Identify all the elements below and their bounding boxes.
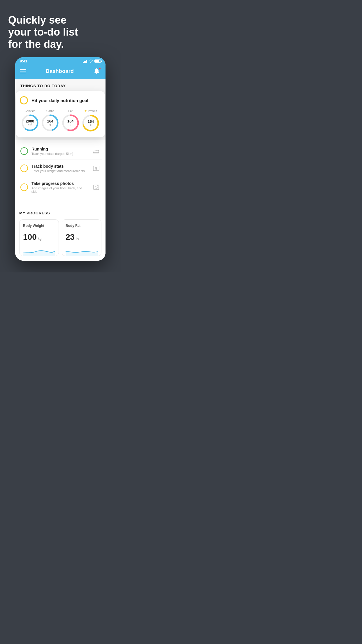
body-fat-value-row: 23 % xyxy=(66,232,98,242)
body-weight-card[interactable]: Body Weight 100 kg xyxy=(19,219,59,256)
photos-check-circle xyxy=(20,183,28,191)
hero-headline: Quickly seeyour to-do listfor the day. xyxy=(0,0,121,57)
nutrition-card-header: Hit your daily nutrition goal xyxy=(20,96,101,104)
phone-content: THINGS TO DO TODAY Hit your daily nutrit… xyxy=(15,79,106,261)
running-check-circle xyxy=(20,147,28,155)
svg-point-9 xyxy=(96,168,97,169)
protein-unit: g xyxy=(87,124,94,127)
progress-section: MY PROGRESS Body Weight 100 kg B xyxy=(15,206,106,261)
protein-value: 164 xyxy=(87,120,94,124)
body-weight-value-row: 100 kg xyxy=(23,232,55,242)
body-weight-number: 100 xyxy=(23,232,37,242)
fat-label: Fat xyxy=(68,109,73,113)
calories-circle: 2000 cal xyxy=(21,114,39,132)
status-icons xyxy=(83,60,101,63)
protein-circle: 164 g xyxy=(82,114,100,132)
body-stats-text: Track body stats Enter your weight and m… xyxy=(31,164,89,173)
signal-icon xyxy=(83,60,87,63)
body-weight-title: Body Weight xyxy=(23,224,55,228)
carbs-circle: 164 g xyxy=(41,114,59,132)
menu-button[interactable] xyxy=(20,69,26,73)
protein-label: ★ Protein xyxy=(84,109,97,113)
running-text: Running Track your stats (target: 5km) xyxy=(31,147,89,155)
star-icon: ★ xyxy=(84,109,87,113)
body-weight-chart xyxy=(23,245,55,256)
body-stats-check-circle xyxy=(20,164,28,172)
todo-item-photos[interactable]: Take progress photos Add images of your … xyxy=(19,177,102,197)
notification-dot xyxy=(99,67,101,70)
fat-value: 164 xyxy=(67,119,74,123)
fat-circle: 164 g xyxy=(61,114,80,132)
nutrition-check-circle xyxy=(20,96,28,104)
photos-text: Take progress photos Add images of your … xyxy=(31,181,89,193)
body-stats-title: Track body stats xyxy=(31,164,89,169)
status-bar: 9:41 xyxy=(15,57,106,64)
svg-point-12 xyxy=(97,186,98,186)
wifi-icon xyxy=(89,60,93,63)
nutrition-item-calories: Calories 2000 cal xyxy=(21,109,39,132)
nutrition-card-title: Hit your daily nutrition goal xyxy=(31,98,88,103)
todo-list: Running Track your stats (target: 5km) T… xyxy=(15,134,106,197)
svg-point-11 xyxy=(95,186,97,188)
calories-unit: cal xyxy=(26,123,34,126)
calories-label: Calories xyxy=(24,109,35,113)
todo-item-running[interactable]: Running Track your stats (target: 5km) xyxy=(19,143,102,160)
headline-text: Quickly seeyour to-do listfor the day. xyxy=(8,14,113,50)
notifications-button[interactable] xyxy=(93,67,101,75)
progress-cards: Body Weight 100 kg Body Fat 23 % xyxy=(19,219,101,261)
nutrition-item-fat: Fat 164 g xyxy=(61,109,80,132)
body-fat-chart xyxy=(66,245,98,256)
body-stats-subtitle: Enter your weight and measurements xyxy=(31,169,89,173)
nutrition-item-protein: ★ Protein 164 g xyxy=(82,109,100,132)
header-title: Dashboard xyxy=(46,68,74,74)
phone-mockup: 9:41 Dashb xyxy=(15,57,106,261)
battery-icon xyxy=(94,60,101,63)
nutrition-card[interactable]: Hit your daily nutrition goal Calories xyxy=(16,91,105,137)
carbs-unit: g xyxy=(47,123,53,126)
body-fat-title: Body Fat xyxy=(66,224,98,228)
running-title: Running xyxy=(31,147,89,151)
body-fat-card[interactable]: Body Fat 23 % xyxy=(62,219,101,256)
carbs-label: Carbs xyxy=(46,109,54,113)
photos-subtitle: Add images of your front, back, and side xyxy=(31,186,89,193)
body-weight-unit: kg xyxy=(38,237,42,241)
body-fat-number: 23 xyxy=(66,232,75,242)
photo-icon xyxy=(92,183,100,191)
things-todo-title: THINGS TO DO TODAY xyxy=(20,84,100,88)
section-header-things-todo: THINGS TO DO TODAY xyxy=(15,79,106,91)
todo-item-body-stats[interactable]: Track body stats Enter your weight and m… xyxy=(19,160,102,177)
running-subtitle: Track your stats (target: 5km) xyxy=(31,152,89,155)
progress-section-title: MY PROGRESS xyxy=(19,211,101,215)
nutrition-circles: Calories 2000 cal xyxy=(20,109,101,132)
scale-icon xyxy=(92,164,100,172)
fat-unit: g xyxy=(67,123,74,126)
photos-title: Take progress photos xyxy=(31,181,89,186)
nutrition-item-carbs: Carbs 164 g xyxy=(41,109,59,132)
carbs-value: 164 xyxy=(47,119,53,123)
calories-value: 2000 xyxy=(26,119,34,123)
shoe-icon xyxy=(92,147,100,155)
app-header: Dashboard xyxy=(15,64,106,79)
time-display: 9:41 xyxy=(20,59,27,63)
body-fat-unit: % xyxy=(76,237,79,241)
